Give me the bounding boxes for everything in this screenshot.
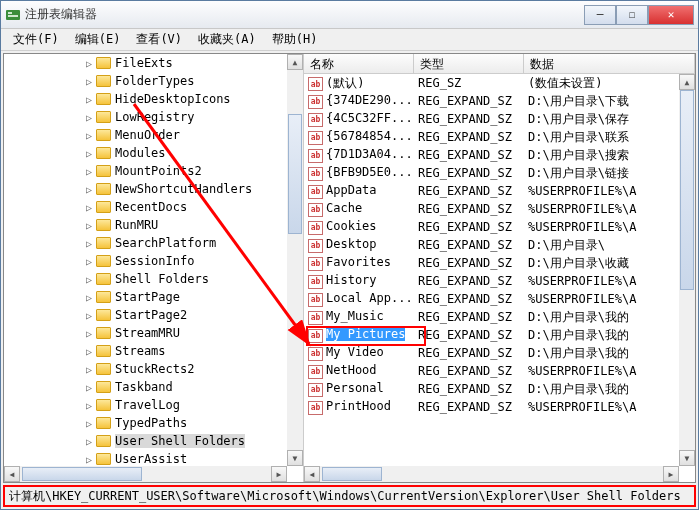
tree-vscrollbar[interactable]: ▲ ▼	[287, 54, 303, 466]
list-row[interactable]: ab{374DE290...REG_EXPAND_SZD:\用户目录\下载	[304, 92, 695, 110]
expand-icon[interactable]: ▷	[84, 382, 94, 392]
expand-icon[interactable]: ▷	[84, 130, 94, 140]
expand-icon[interactable]: ▷	[84, 400, 94, 410]
scroll-thumb[interactable]	[288, 114, 302, 234]
tree-label: Streams	[115, 344, 166, 358]
expand-icon[interactable]: ▷	[84, 418, 94, 428]
list-row[interactable]: abFavoritesREG_EXPAND_SZD:\用户目录\收藏	[304, 254, 695, 272]
list-row[interactable]: abHistoryREG_EXPAND_SZ%USERPROFILE%\A	[304, 272, 695, 290]
expand-icon[interactable]: ▷	[84, 436, 94, 446]
string-value-icon: ab	[308, 311, 323, 325]
scroll-thumb[interactable]	[322, 467, 382, 481]
list-row[interactable]: abMy VideoREG_EXPAND_SZD:\用户目录\我的	[304, 344, 695, 362]
menu-edit[interactable]: 编辑(E)	[67, 29, 129, 50]
scroll-up-button[interactable]: ▲	[287, 54, 303, 70]
list-row[interactable]: ab{BFB9D5E0...REG_EXPAND_SZD:\用户目录\链接	[304, 164, 695, 182]
tree-item[interactable]: ▷MenuOrder	[4, 126, 303, 144]
tree-item[interactable]: ▷NewShortcutHandlers	[4, 180, 303, 198]
list-row[interactable]: ab{7D1D3A04...REG_EXPAND_SZD:\用户目录\搜索	[304, 146, 695, 164]
tree-item[interactable]: ▷StartPage2	[4, 306, 303, 324]
expand-icon[interactable]: ▷	[84, 274, 94, 284]
list-pane[interactable]: 名称 类型 数据 ab(默认)REG_SZ(数值未设置)ab{374DE290.…	[304, 54, 695, 482]
list-row[interactable]: abLocal App...REG_EXPAND_SZ%USERPROFILE%…	[304, 290, 695, 308]
tree-item[interactable]: ▷LowRegistry	[4, 108, 303, 126]
tree-item[interactable]: ▷StuckRects2	[4, 360, 303, 378]
expand-icon[interactable]: ▷	[84, 454, 94, 464]
tree-item[interactable]: ▷StartPage	[4, 288, 303, 306]
list-row[interactable]: abPrintHoodREG_EXPAND_SZ%USERPROFILE%\A	[304, 398, 695, 416]
expand-icon[interactable]: ▷	[84, 148, 94, 158]
expand-icon[interactable]: ▷	[84, 364, 94, 374]
tree-item[interactable]: ▷StreamMRU	[4, 324, 303, 342]
expand-icon[interactable]: ▷	[84, 166, 94, 176]
expand-icon[interactable]: ▷	[84, 58, 94, 68]
minimize-button[interactable]: ─	[584, 5, 616, 25]
scroll-thumb[interactable]	[22, 467, 142, 481]
tree-item[interactable]: ▷SearchPlatform	[4, 234, 303, 252]
tree-item[interactable]: ▷RunMRU	[4, 216, 303, 234]
tree-item[interactable]: ▷HideDesktopIcons	[4, 90, 303, 108]
expand-icon[interactable]: ▷	[84, 238, 94, 248]
scroll-left-button[interactable]: ◀	[4, 466, 20, 482]
scroll-thumb[interactable]	[680, 90, 694, 290]
col-name[interactable]: 名称	[304, 54, 414, 73]
menu-help[interactable]: 帮助(H)	[264, 29, 326, 50]
scroll-up-button[interactable]: ▲	[679, 74, 695, 90]
maximize-button[interactable]: ☐	[616, 5, 648, 25]
scroll-right-button[interactable]: ▶	[663, 466, 679, 482]
list-row[interactable]: abPersonalREG_EXPAND_SZD:\用户目录\我的	[304, 380, 695, 398]
tree-item[interactable]: ▷Streams	[4, 342, 303, 360]
list-vscrollbar[interactable]: ▲ ▼	[679, 74, 695, 466]
string-value-icon: ab	[308, 239, 323, 253]
tree-pane[interactable]: ▷FileExts▷FolderTypes▷HideDesktopIcons▷L…	[4, 54, 304, 482]
list-row[interactable]: ab{4C5C32FF...REG_EXPAND_SZD:\用户目录\保存	[304, 110, 695, 128]
tree-item[interactable]: ▷RecentDocs	[4, 198, 303, 216]
col-type[interactable]: 类型	[414, 54, 524, 73]
list-row[interactable]: ab(默认)REG_SZ(数值未设置)	[304, 74, 695, 92]
list-row[interactable]: abCacheREG_EXPAND_SZ%USERPROFILE%\A	[304, 200, 695, 218]
expand-icon[interactable]: ▷	[84, 256, 94, 266]
titlebar[interactable]: 注册表编辑器 ─ ☐ ✕	[1, 1, 698, 29]
list-row[interactable]: abMy PicturesREG_EXPAND_SZD:\用户目录\我的	[304, 326, 695, 344]
value-type-cell: REG_EXPAND_SZ	[414, 112, 524, 126]
list-row[interactable]: abDesktopREG_EXPAND_SZD:\用户目录\	[304, 236, 695, 254]
menu-view[interactable]: 查看(V)	[128, 29, 190, 50]
tree-item[interactable]: ▷User Shell Folders	[4, 432, 303, 450]
list-row[interactable]: abCookiesREG_EXPAND_SZ%USERPROFILE%\A	[304, 218, 695, 236]
expand-icon[interactable]: ▷	[84, 220, 94, 230]
scroll-down-button[interactable]: ▼	[679, 450, 695, 466]
expand-icon[interactable]: ▷	[84, 292, 94, 302]
value-type-cell: REG_EXPAND_SZ	[414, 148, 524, 162]
scroll-down-button[interactable]: ▼	[287, 450, 303, 466]
tree-item[interactable]: ▷Shell Folders	[4, 270, 303, 288]
expand-icon[interactable]: ▷	[84, 346, 94, 356]
expand-icon[interactable]: ▷	[84, 328, 94, 338]
expand-icon[interactable]: ▷	[84, 76, 94, 86]
tree-item[interactable]: ▷FileExts	[4, 54, 303, 72]
tree-item[interactable]: ▷FolderTypes	[4, 72, 303, 90]
tree-item[interactable]: ▷SessionInfo	[4, 252, 303, 270]
list-row[interactable]: abAppDataREG_EXPAND_SZ%USERPROFILE%\A	[304, 182, 695, 200]
expand-icon[interactable]: ▷	[84, 310, 94, 320]
expand-icon[interactable]: ▷	[84, 184, 94, 194]
list-row[interactable]: ab{56784854...REG_EXPAND_SZD:\用户目录\联系	[304, 128, 695, 146]
tree-item[interactable]: ▷Modules	[4, 144, 303, 162]
tree-item[interactable]: ▷TravelLog	[4, 396, 303, 414]
list-row[interactable]: abMy_MusicREG_EXPAND_SZD:\用户目录\我的	[304, 308, 695, 326]
expand-icon[interactable]: ▷	[84, 202, 94, 212]
col-data[interactable]: 数据	[524, 54, 695, 73]
list-row[interactable]: abNetHoodREG_EXPAND_SZ%USERPROFILE%\A	[304, 362, 695, 380]
tree-item[interactable]: ▷Taskband	[4, 378, 303, 396]
menu-favorites[interactable]: 收藏夹(A)	[190, 29, 264, 50]
menu-file[interactable]: 文件(F)	[5, 29, 67, 50]
list-hscrollbar[interactable]: ◀ ▶	[304, 466, 679, 482]
scroll-right-button[interactable]: ▶	[271, 466, 287, 482]
value-type-cell: REG_EXPAND_SZ	[414, 400, 524, 414]
tree-item[interactable]: ▷TypedPaths	[4, 414, 303, 432]
close-button[interactable]: ✕	[648, 5, 694, 25]
scroll-left-button[interactable]: ◀	[304, 466, 320, 482]
expand-icon[interactable]: ▷	[84, 112, 94, 122]
tree-item[interactable]: ▷MountPoints2	[4, 162, 303, 180]
tree-hscrollbar[interactable]: ◀ ▶	[4, 466, 287, 482]
expand-icon[interactable]: ▷	[84, 94, 94, 104]
